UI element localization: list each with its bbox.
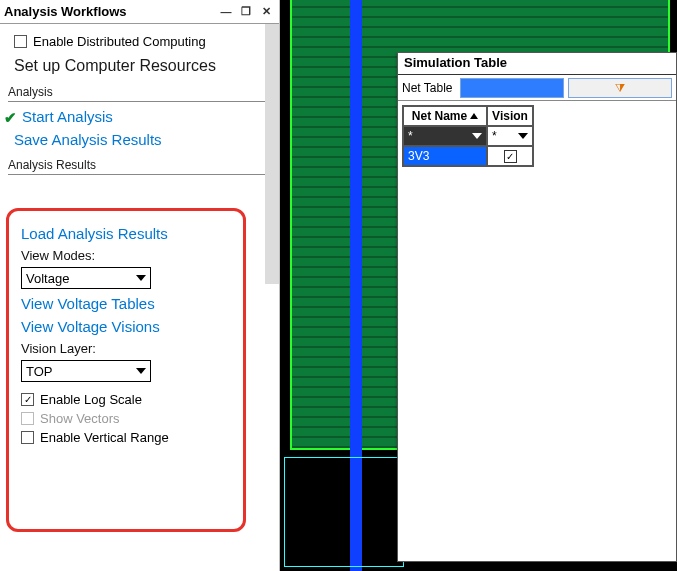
panel-body: Enable Distributed Computing Set up Comp… bbox=[0, 24, 279, 183]
filter-button[interactable]: ⧩ bbox=[568, 78, 672, 98]
filter-net-input[interactable]: * bbox=[403, 126, 487, 146]
load-results-label: Load Analysis Results bbox=[21, 225, 168, 242]
vision-layer-dropdown[interactable]: TOP bbox=[21, 360, 151, 382]
enable-log-scale-checkbox[interactable]: ✓ Enable Log Scale bbox=[21, 392, 235, 407]
analysis-workflows-panel: Analysis Workflows — ❐ ✕ Enable Distribu… bbox=[0, 0, 280, 571]
grid-filter-row: * * bbox=[403, 126, 533, 146]
section-results: Analysis Results bbox=[8, 158, 269, 175]
col-net-label: Net Name bbox=[412, 109, 467, 123]
checkbox-icon bbox=[21, 412, 34, 425]
net-table-toggle-button[interactable] bbox=[460, 78, 564, 98]
show-vectors-label: Show Vectors bbox=[40, 411, 120, 426]
chevron-down-icon bbox=[136, 275, 146, 281]
start-analysis-link[interactable]: ✔ Start Analysis bbox=[14, 108, 269, 125]
checkbox-icon: ✓ bbox=[21, 393, 34, 406]
net-grid: Net Name Vision * * 3V3 ✓ bbox=[402, 105, 534, 167]
show-vectors-checkbox: Show Vectors bbox=[21, 411, 235, 426]
view-voltage-visions-link[interactable]: View Voltage Visions bbox=[21, 318, 235, 335]
pcb-outline bbox=[284, 457, 404, 567]
view-tables-label: View Voltage Tables bbox=[21, 295, 155, 312]
col-net-name[interactable]: Net Name bbox=[403, 106, 487, 126]
results-highlight-box: Load Analysis Results View Modes: Voltag… bbox=[6, 208, 246, 532]
chevron-down-icon bbox=[472, 133, 482, 139]
checkmark-icon: ✔ bbox=[4, 109, 20, 125]
panel-title: Analysis Workflows bbox=[4, 4, 215, 19]
view-modes-label: View Modes: bbox=[21, 248, 235, 263]
simulation-toolbar: Net Table ⧩ bbox=[398, 75, 676, 101]
grid-header-row: Net Name Vision bbox=[403, 106, 533, 126]
chevron-down-icon bbox=[136, 368, 146, 374]
save-results-label: Save Analysis Results bbox=[14, 131, 162, 148]
filter-vision-value: * bbox=[492, 129, 497, 143]
section-analysis: Analysis bbox=[8, 85, 269, 102]
view-visions-label: View Voltage Visions bbox=[21, 318, 160, 335]
sort-asc-icon bbox=[470, 113, 478, 119]
load-results-link[interactable]: Load Analysis Results bbox=[21, 225, 235, 242]
restore-button[interactable]: ❐ bbox=[237, 4, 255, 20]
enable-distributed-label: Enable Distributed Computing bbox=[33, 34, 206, 49]
setup-resources-link[interactable]: Set up Computer Resources bbox=[14, 57, 269, 75]
enable-vertical-range-checkbox[interactable]: Enable Vertical Range bbox=[21, 430, 235, 445]
simulation-table-title: Simulation Table bbox=[398, 53, 676, 75]
col-vision-label: Vision bbox=[492, 109, 528, 123]
vision-layer-value: TOP bbox=[26, 364, 136, 379]
start-analysis-label: Start Analysis bbox=[22, 108, 113, 125]
checkbox-icon: ✓ bbox=[504, 150, 517, 163]
filter-vision-input[interactable]: * bbox=[487, 126, 533, 146]
cell-net-name: 3V3 bbox=[403, 146, 487, 166]
panel-header: Analysis Workflows — ❐ ✕ bbox=[0, 0, 279, 24]
simulation-table-panel: Simulation Table Net Table ⧩ Net Name Vi… bbox=[397, 52, 677, 562]
enable-distributed-checkbox[interactable]: Enable Distributed Computing bbox=[14, 34, 269, 49]
view-voltage-tables-link[interactable]: View Voltage Tables bbox=[21, 295, 235, 312]
view-mode-dropdown[interactable]: Voltage bbox=[21, 267, 151, 289]
chevron-down-icon bbox=[518, 133, 528, 139]
table-row[interactable]: 3V3 ✓ bbox=[403, 146, 533, 166]
vision-layer-label: Vision Layer: bbox=[21, 341, 235, 356]
net-table-label: Net Table bbox=[402, 81, 452, 95]
checkbox-icon bbox=[14, 35, 27, 48]
close-button[interactable]: ✕ bbox=[257, 4, 275, 20]
scrollbar[interactable] bbox=[265, 24, 279, 284]
view-mode-value: Voltage bbox=[26, 271, 136, 286]
save-results-link[interactable]: Save Analysis Results bbox=[14, 131, 269, 148]
minimize-button[interactable]: — bbox=[217, 4, 235, 20]
col-vision[interactable]: Vision bbox=[487, 106, 533, 126]
cell-vision[interactable]: ✓ bbox=[487, 146, 533, 166]
filter-net-value: * bbox=[408, 129, 413, 143]
funnel-icon: ⧩ bbox=[615, 81, 625, 95]
enable-vrange-label: Enable Vertical Range bbox=[40, 430, 169, 445]
enable-log-label: Enable Log Scale bbox=[40, 392, 142, 407]
checkbox-icon bbox=[21, 431, 34, 444]
